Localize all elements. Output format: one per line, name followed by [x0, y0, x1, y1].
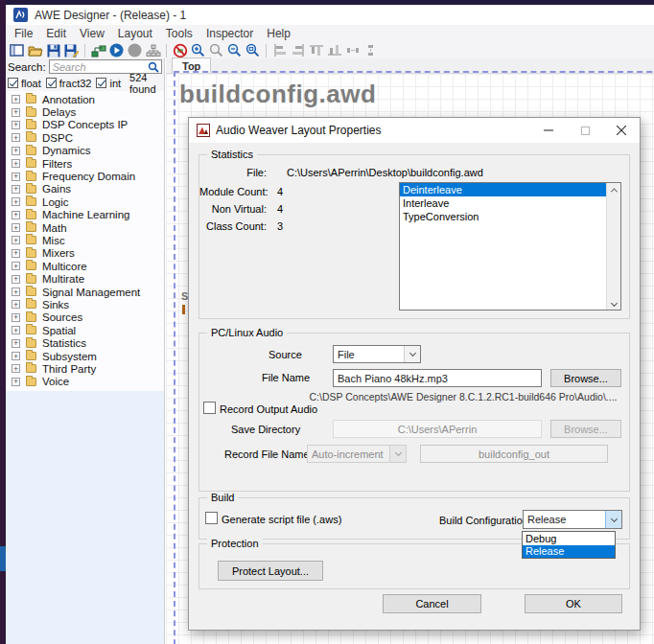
tree-item[interactable]: Delays: [6, 105, 164, 118]
expand-icon[interactable]: [12, 223, 20, 232]
record-output-audio-checkbox[interactable]: [203, 402, 216, 414]
chevron-down-icon[interactable]: [404, 346, 420, 362]
tree-item[interactable]: Machine Learning: [6, 209, 164, 221]
menu-view[interactable]: View: [73, 25, 111, 42]
dropdown-option-debug[interactable]: Debug: [523, 532, 615, 545]
align-right-icon[interactable]: [290, 43, 306, 58]
save-icon[interactable]: [45, 43, 61, 58]
menu-layout[interactable]: Layout: [111, 25, 159, 42]
list-scrollbar[interactable]: [606, 183, 620, 310]
expand-icon[interactable]: [12, 288, 20, 296]
expand-icon[interactable]: [12, 185, 20, 194]
expand-icon[interactable]: [12, 236, 20, 244]
tree-item[interactable]: Math: [6, 221, 164, 234]
expand-icon[interactable]: [12, 159, 20, 168]
filter-fract32-checkbox[interactable]: [46, 78, 57, 88]
expand-icon[interactable]: [12, 352, 20, 360]
tree-item[interactable]: Multirate: [6, 272, 164, 285]
tree-item[interactable]: Signal Management: [6, 286, 164, 298]
dropdown-option-release[interactable]: Release: [523, 545, 615, 559]
save-as-icon[interactable]: [63, 43, 80, 58]
profile-icon[interactable]: [145, 43, 161, 58]
expand-icon[interactable]: [12, 121, 20, 129]
file-label: File:: [199, 167, 267, 178]
menu-tools[interactable]: Tools: [159, 25, 199, 42]
expand-icon[interactable]: [12, 275, 20, 284]
expand-icon[interactable]: [12, 326, 20, 334]
tree-item[interactable]: Mixers: [6, 247, 164, 260]
tree-item[interactable]: Filters: [6, 157, 164, 170]
list-item-interleave[interactable]: Interleave: [400, 196, 606, 210]
tree-item[interactable]: Sinks: [6, 298, 164, 310]
tree-item[interactable]: Multicore: [6, 260, 164, 272]
align-top-icon[interactable]: [308, 43, 324, 58]
scroll-up-icon[interactable]: [607, 183, 620, 196]
zoom-fit-icon[interactable]: [245, 43, 261, 58]
expand-icon[interactable]: [12, 133, 20, 142]
source-combobox[interactable]: File: [333, 345, 421, 363]
browse-file-button[interactable]: Browse...: [550, 369, 621, 387]
generate-script-checkbox[interactable]: [205, 512, 218, 524]
zoom-out-icon[interactable]: [226, 43, 243, 58]
expand-icon[interactable]: [12, 172, 20, 181]
expand-icon[interactable]: [12, 197, 20, 206]
expand-icon[interactable]: [12, 108, 20, 117]
tree-item[interactable]: DSP Concepts IP: [6, 119, 164, 131]
zoom-selection-icon[interactable]: [208, 43, 224, 58]
ok-button[interactable]: OK: [525, 594, 622, 613]
maximize-icon[interactable]: [567, 118, 603, 143]
close-icon[interactable]: [603, 118, 640, 143]
build-configuration-combobox[interactable]: Release: [523, 510, 622, 529]
zoom-in-icon[interactable]: [190, 43, 206, 58]
expand-icon[interactable]: [12, 211, 20, 219]
tree-item[interactable]: DSPC: [6, 131, 164, 144]
scroll-down-icon[interactable]: [607, 296, 620, 310]
expand-icon[interactable]: [12, 300, 20, 309]
tree-item[interactable]: Voice: [6, 376, 164, 388]
protect-layout-button[interactable]: Protect Layout...: [218, 561, 323, 581]
ok-label: OK: [566, 598, 581, 610]
open-icon[interactable]: [27, 43, 43, 58]
tree-item[interactable]: Third Party: [6, 362, 164, 375]
align-bottom-icon[interactable]: [326, 43, 342, 58]
run-icon[interactable]: [108, 43, 125, 58]
expand-icon[interactable]: [12, 364, 20, 373]
list-item-deinterleave[interactable]: Deinterleave: [400, 183, 606, 196]
menu-edit[interactable]: Edit: [39, 25, 73, 42]
list-item-typeconversion[interactable]: TypeConversion: [400, 210, 606, 223]
tree-item[interactable]: Logic: [6, 196, 164, 208]
chevron-down-icon[interactable]: [605, 511, 621, 528]
filter-int-checkbox[interactable]: [96, 78, 106, 88]
module-class-listbox[interactable]: Deinterleave Interleave TypeConversion: [399, 182, 621, 310]
tree-item[interactable]: Gains: [6, 183, 164, 196]
stop-icon[interactable]: [127, 43, 143, 58]
expand-icon[interactable]: [12, 339, 20, 348]
tree-item[interactable]: Sources: [6, 311, 164, 324]
expand-icon[interactable]: [12, 378, 20, 386]
tree-item[interactable]: Annotation: [6, 93, 164, 105]
expand-icon[interactable]: [12, 249, 20, 258]
expand-icon[interactable]: [12, 147, 20, 155]
minimize-icon[interactable]: [530, 118, 567, 143]
expand-icon[interactable]: [12, 262, 20, 270]
cancel-button[interactable]: Cancel: [383, 594, 481, 613]
tree-item[interactable]: Dynamics: [6, 145, 164, 157]
expand-icon[interactable]: [12, 313, 20, 322]
file-name-input[interactable]: Bach Piano 48kHz.mp3: [333, 369, 542, 387]
distribute-vertical-icon[interactable]: [362, 43, 379, 58]
filter-float-checkbox[interactable]: [8, 78, 18, 88]
distribute-horizontal-icon[interactable]: [344, 43, 361, 58]
tree-item[interactable]: Frequency Domain: [6, 170, 164, 182]
layout-icon[interactable]: [90, 43, 106, 58]
tree-item[interactable]: Spatial: [6, 324, 164, 336]
tree-item[interactable]: Misc: [6, 234, 164, 246]
tree-item[interactable]: Subsystem: [6, 350, 164, 362]
new-icon[interactable]: [9, 43, 25, 58]
tree-item[interactable]: Statistics: [6, 336, 164, 349]
menu-inspector[interactable]: Inspector: [199, 25, 260, 42]
menu-file[interactable]: File: [8, 25, 39, 42]
expand-icon[interactable]: [12, 95, 20, 104]
disconnect-audio-icon[interactable]: [172, 43, 188, 58]
menu-help[interactable]: Help: [260, 25, 297, 42]
align-left-icon[interactable]: [271, 43, 288, 58]
